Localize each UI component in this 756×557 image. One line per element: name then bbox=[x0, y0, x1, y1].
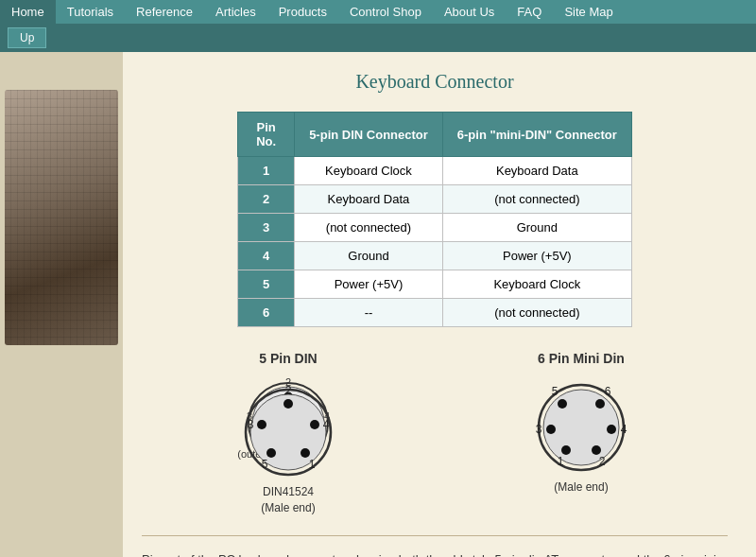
table-row: 1 Keyboard Clock Keyboard Data bbox=[238, 157, 632, 185]
content-area: Keyboard Connector Pin No. 5-pin DIN Con… bbox=[123, 52, 756, 557]
svg-point-18 bbox=[257, 420, 266, 429]
svg-point-29 bbox=[607, 425, 616, 434]
pin-6: 6 bbox=[238, 299, 295, 327]
din5-2: Keyboard Data bbox=[295, 185, 443, 214]
svg-text:2: 2 bbox=[285, 384, 292, 397]
minidin6-4: Power (+5V) bbox=[442, 242, 631, 270]
col-din5: 5-pin DIN Connector bbox=[295, 113, 443, 157]
table-row: 4 Ground Power (+5V) bbox=[238, 242, 632, 270]
svg-text:5: 5 bbox=[262, 458, 268, 471]
svg-point-17 bbox=[266, 448, 276, 458]
minidin6-5: Keyboard Clock bbox=[442, 270, 631, 299]
nav-up[interactable]: Up bbox=[8, 27, 46, 48]
pin-2: 2 bbox=[238, 185, 295, 214]
table-row: 6 -- (not connected) bbox=[238, 299, 632, 327]
main-layout: Keyboard Connector Pin No. 5-pin DIN Con… bbox=[0, 52, 756, 557]
svg-text:5: 5 bbox=[552, 385, 558, 398]
din5-3: (not connected) bbox=[295, 214, 443, 242]
nav-site-map[interactable]: Site Map bbox=[553, 0, 624, 24]
svg-text:2: 2 bbox=[599, 455, 606, 468]
svg-point-15 bbox=[310, 420, 319, 429]
pin-4: 4 bbox=[238, 242, 295, 270]
col-pin-no: Pin No. bbox=[238, 113, 295, 157]
din5-1: Keyboard Clock bbox=[295, 157, 443, 185]
nav-control-shop[interactable]: Control Shop bbox=[338, 0, 433, 24]
minidin6-2: (not connected) bbox=[442, 185, 631, 214]
nav-products[interactable]: Products bbox=[267, 0, 338, 24]
minidin6-label: (Male end) bbox=[477, 479, 685, 496]
minidin6-1: Keyboard Data bbox=[442, 157, 631, 185]
din5-4: Ground bbox=[295, 242, 443, 270]
sidebar-keyboard-image bbox=[5, 90, 118, 345]
description-text: Pin-out of the PC keyboard connector sho… bbox=[142, 535, 728, 557]
minidin6-3: Ground bbox=[442, 214, 631, 242]
din5-5: Power (+5V) bbox=[295, 270, 443, 299]
din5-6: -- bbox=[295, 299, 443, 327]
svg-point-30 bbox=[561, 445, 571, 455]
table-row: 2 Keyboard Data (not connected) bbox=[238, 185, 632, 214]
nav-bar: Home Tutorials Reference Articles Produc… bbox=[0, 0, 756, 52]
svg-text:4: 4 bbox=[621, 423, 627, 436]
col-minidin6: 6-pin "mini-DIN" Connector bbox=[442, 113, 631, 157]
din5-svg-clean: 2 4 1 5 3 bbox=[232, 375, 345, 479]
sidebar bbox=[0, 52, 123, 557]
nav-about-us[interactable]: About Us bbox=[433, 0, 506, 24]
diagrams-section: 5 Pin DIN 2 4 1 3 (outer arc below) bbox=[142, 351, 728, 516]
minidin6-title: 6 Pin Mini Din bbox=[477, 351, 685, 366]
main-nav: Home Tutorials Reference Articles Produc… bbox=[0, 0, 756, 24]
din5-title: 5 Pin DIN bbox=[184, 351, 392, 366]
svg-point-31 bbox=[592, 445, 601, 455]
nav-articles[interactable]: Articles bbox=[204, 0, 267, 24]
pin-3: 3 bbox=[238, 214, 295, 242]
svg-text:3: 3 bbox=[536, 423, 542, 436]
svg-text:1: 1 bbox=[309, 458, 316, 471]
minidin6-diagram: 6 Pin Mini Din bbox=[477, 351, 685, 496]
svg-text:1: 1 bbox=[558, 455, 564, 468]
table-row: 5 Power (+5V) Keyboard Clock bbox=[238, 270, 632, 299]
svg-point-26 bbox=[558, 399, 567, 409]
pin-1: 1 bbox=[238, 157, 295, 185]
svg-point-14 bbox=[284, 399, 293, 409]
sub-nav: Up bbox=[0, 24, 756, 52]
table-row: 3 (not connected) Ground bbox=[238, 214, 632, 242]
svg-point-28 bbox=[546, 425, 556, 434]
minidin6-svg: 5 6 3 4 1 2 bbox=[524, 371, 638, 475]
din5-diagram: 5 Pin DIN 2 4 1 3 (outer arc below) bbox=[184, 351, 392, 516]
keyboard-visual bbox=[5, 90, 118, 345]
din5-label: DIN41524 (Male end) bbox=[184, 484, 392, 516]
minidin6-6: (not connected) bbox=[442, 299, 631, 327]
svg-text:3: 3 bbox=[248, 418, 254, 431]
nav-faq[interactable]: FAQ bbox=[506, 0, 553, 24]
pin-5: 5 bbox=[238, 270, 295, 299]
svg-point-16 bbox=[301, 448, 310, 458]
svg-point-27 bbox=[595, 399, 605, 409]
svg-text:4: 4 bbox=[323, 418, 330, 431]
nav-home[interactable]: Home bbox=[0, 0, 56, 24]
connector-table: Pin No. 5-pin DIN Connector 6-pin "mini-… bbox=[237, 112, 632, 327]
nav-reference[interactable]: Reference bbox=[125, 0, 204, 24]
svg-text:6: 6 bbox=[605, 385, 611, 398]
nav-tutorials[interactable]: Tutorials bbox=[56, 0, 125, 24]
page-title: Keyboard Connector bbox=[142, 71, 728, 93]
